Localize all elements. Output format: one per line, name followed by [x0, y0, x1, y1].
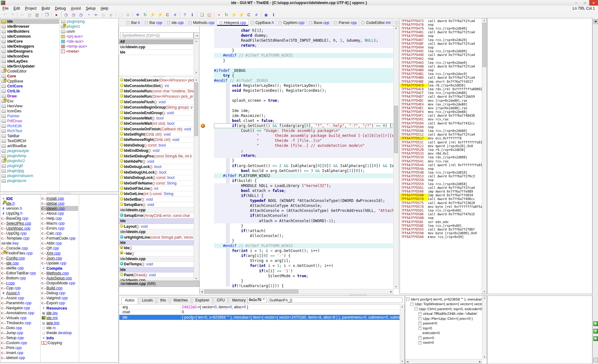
record-macro-icon[interactable]: ●	[53, 11, 60, 18]
symbol-item[interactable]: IdeSetRight(Ctrl& ctrl) : void	[119, 132, 194, 137]
package-item[interactable]: FCodeEditor	[1, 69, 59, 74]
file-item[interactable]: LCopying	[41, 340, 78, 345]
symbol-item[interactable]: DelTemps() : void	[119, 262, 194, 267]
gutter[interactable]	[200, 208, 214, 213]
file-item[interactable]: C++Assist.cpp	[1, 296, 40, 301]
tree-node[interactable]: Upp::TopWindow={ action={ vector={ vecto…	[406, 302, 487, 307]
symbol-item[interactable]: IdeSetBar() : void	[119, 197, 194, 202]
disassembly-scrollbar[interactable]: ▲▼	[482, 18, 487, 294]
minimize-button[interactable]: ─	[572, 0, 581, 6]
package-item[interactable]: ide/Browser	[1, 24, 59, 29]
file-item[interactable]: C++SelectPkg.cpp	[1, 221, 40, 226]
disassembly-row[interactable]: 7FF6A7FFD517mov ecx,0xfffffff6	[400, 137, 487, 140]
watch-tab-this[interactable]: this	[157, 297, 169, 304]
gutter[interactable]	[200, 33, 214, 38]
menu-edit[interactable]: Edit	[11, 6, 22, 11]
expand-icon[interactable]	[418, 341, 422, 344]
symbol-item[interactable]: IdeConsoleWait(int slot) : bool	[119, 121, 194, 126]
watch-tab-memory[interactable]: Memory	[229, 297, 249, 304]
file-item[interactable]: ▤app.tpp	[41, 320, 78, 325]
tree-node[interactable]: Ide={ pocfg={ len=0, s=623658 "" }, menu…	[406, 297, 487, 302]
gutter[interactable]	[200, 143, 214, 148]
disassembly-row[interactable]: 7FF6A7FFD4ECmov [rsp+0x2de88],rax	[400, 106, 487, 110]
package-item[interactable]: ide/Debuggers	[1, 44, 59, 49]
step-over-icon[interactable]: ◔	[85, 11, 92, 18]
symbol-item[interactable]: IdeGetLine(int i) const : String	[119, 191, 194, 197]
file-item[interactable]: C++Export.cpp	[41, 301, 78, 306]
select-package-icon[interactable]: ❖	[134, 11, 141, 18]
file-item[interactable]: C++EditorTabBar.cpp	[1, 271, 40, 276]
build-icon[interactable]: ⚡	[149, 11, 156, 18]
tree-node[interactable]: parent=0	[406, 321, 487, 326]
disassembly-row[interactable]: 7FF6A7FFD4DCmov [rsp+0x2de80],rax	[400, 99, 487, 102]
gutter[interactable]	[200, 173, 214, 178]
gutter[interactable]	[200, 198, 214, 203]
file-item[interactable]: C++About.cpp	[41, 211, 78, 216]
package-item[interactable]: plugin/gif	[1, 163, 59, 168]
file-item[interactable]: C++Template.cpp	[1, 236, 40, 241]
symbol-item[interactable]: IdeGetFileLine() : int	[119, 186, 194, 191]
symbol-item[interactable]: IdeConsoleRun(One<AProcess> pick_pr	[119, 94, 194, 99]
gutter[interactable]	[200, 108, 214, 113]
package-item[interactable]: ide/IconDes	[1, 54, 59, 59]
gutter[interactable]	[200, 183, 214, 188]
disassembly-row[interactable]: 7FF6A7FFD481call dword 0x7ff6a7f2fca4	[400, 30, 487, 34]
package-item[interactable]: CtrlCore	[1, 84, 59, 89]
gutter[interactable]	[200, 273, 214, 278]
file-item[interactable]: C++FormatCode.cpp	[41, 236, 78, 241]
tree-node[interactable]: Upp::Pte<Upp::Ctrl>={ prec=0 }	[406, 316, 487, 321]
tree-node[interactable]: virtual 7ff6a89c2348->Ide::'vftable'	[406, 311, 487, 316]
tree-hscrollbar[interactable]: ◀▶	[405, 359, 482, 364]
disassembly-row[interactable]: 7FF6A7FFD54Anop	[400, 167, 487, 170]
maximize-button[interactable]: □	[581, 0, 589, 6]
package-item[interactable]: IconDes	[1, 109, 59, 114]
sync-icon[interactable]: ↻	[141, 11, 149, 18]
package-item[interactable]: RichEdit	[1, 124, 59, 128]
debug-strip-refresh-icon[interactable]: ↻	[593, 329, 598, 334]
gutter[interactable]	[200, 223, 214, 228]
disassembly-row[interactable]: 7FF6A7FFD58Elea rcx,[rsp+0x60]	[400, 224, 487, 227]
package-item[interactable]: Painter	[1, 114, 59, 119]
disassembly-row[interactable]: 7FF6A7FFD50Alea rcx,[rsp+0x2db80]	[400, 129, 487, 133]
package-item[interactable]: <temp-aux>	[60, 44, 118, 49]
file-item[interactable]: C++Build.cpp	[41, 286, 78, 291]
disassembly-row[interactable]: 7FF6A7FFD4B1lea rcx,[rsp+0x2dac0]	[400, 72, 487, 76]
symbol-item[interactable]: IdeConsoleFlush() : void	[119, 100, 194, 105]
file-item[interactable]: #UppDlg.h	[1, 211, 40, 216]
disassembly-row[interactable]: 7FF6A7FFD54Blea rcx,[rsp+0x2d810]	[400, 171, 487, 175]
disassembly-row[interactable]: 7FF6A7FFD48Fcall dword 0x7ff6a7f2fca4	[400, 42, 487, 45]
gutter[interactable]	[200, 178, 214, 183]
title-bar[interactable]: ide - GUI MT - TheIDE - [C:\u\upp.src\up…	[0, 0, 598, 6]
gutter[interactable]	[200, 103, 214, 108]
file-item[interactable]: C++Setup.cpp	[1, 335, 40, 340]
disassembly-row[interactable]: 7FF6A7FFD541mov rcx,rax	[400, 159, 487, 163]
watch-tab-locals[interactable]: Locals	[139, 297, 156, 304]
file-item[interactable]: C++t.cpp	[1, 281, 40, 286]
debug-strip-stop-icon[interactable]: ■	[593, 336, 598, 341]
file-item[interactable]: C++Abbr.cpp	[41, 241, 78, 246]
watch-tab-cpu[interactable]: CPU	[213, 297, 228, 304]
disassembly-row[interactable]: 7FF6A7FFD504call dword 0x7ff6a7f432cc	[400, 121, 487, 125]
file-item[interactable]: C++Thisbacks.cpp	[1, 320, 40, 325]
symbol-item[interactable]: Layout() : void	[119, 224, 194, 229]
disassembly-row[interactable]: 7FF6A7FFD593call dword 0x7ff6a7f2786f	[400, 227, 487, 231]
navigator-context-item[interactable]: Ide	[119, 50, 193, 55]
gutter[interactable]	[200, 63, 214, 68]
file-group-header[interactable]: ▼IDE	[1, 196, 40, 201]
frame-address-combo[interactable]: 0x1c70▼	[247, 297, 267, 303]
disassembly-row[interactable]: 7FF6A7FFD4A3lea rcx,[rsp+0x2dae0]	[400, 61, 487, 64]
dock-icon[interactable]: ▦	[593, 19, 598, 24]
symbol-item[interactable]: SetupError(ArrayCtrl& error, const char	[119, 213, 194, 218]
file-item[interactable]: C++idefile.cpp	[1, 266, 40, 271]
gutter[interactable]	[200, 148, 214, 153]
watch-icon[interactable]: ◷	[70, 11, 77, 18]
disassembly-row[interactable]: 7FF6A7FFD4E4mov rax,[rsp+0x2de80]	[400, 102, 487, 106]
file-item[interactable]: C++idebar.cpp	[41, 201, 78, 206]
file-item[interactable]: C++BaseDlg.cpp	[1, 216, 40, 221]
disassembly-row[interactable]: 7FF6A7FFD4BEjmp short 0x7ff6a7ffd517	[400, 80, 487, 83]
gutter[interactable]	[200, 93, 214, 98]
file-item[interactable]: C++UppWspc.cpp	[1, 226, 40, 231]
preprocess-icon[interactable]: #	[171, 11, 179, 18]
left-splitter[interactable]: ••••••••••••••••	[0, 192, 119, 194]
disassembly-row[interactable]: 7FF6A7FFD4C0lea r8,[rsp+0x2d858]	[400, 83, 487, 87]
